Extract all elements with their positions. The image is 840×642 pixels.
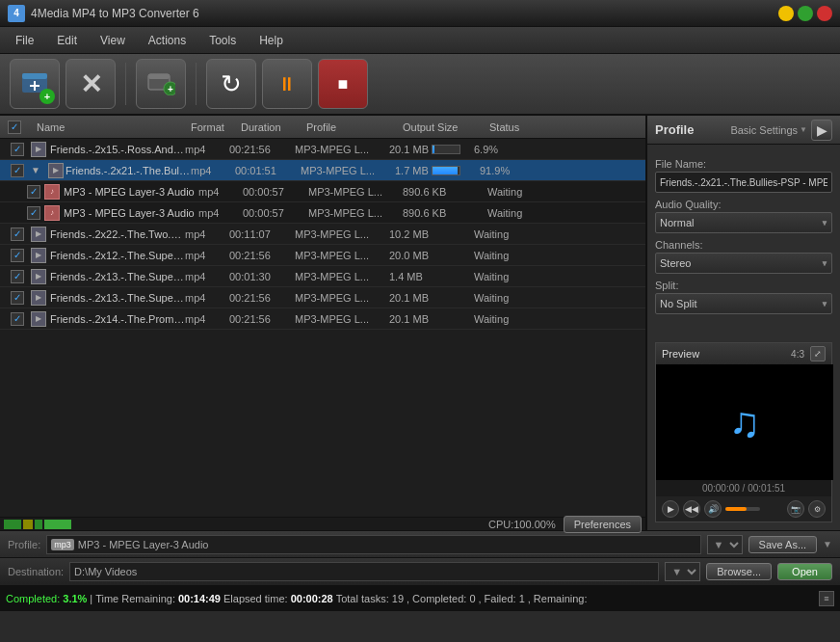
completed-percent: 3.1% — [63, 593, 87, 604]
volume-fill — [725, 507, 747, 511]
row-checkbox-2[interactable] — [23, 185, 44, 199]
audio-quality-select[interactable]: Normal High Low — [655, 212, 832, 233]
row-profile-0: MP3-MPEG L... — [295, 144, 389, 155]
volume-button[interactable]: 🔊 — [704, 500, 722, 518]
menu-actions[interactable]: Actions — [137, 30, 197, 51]
destination-dropdown[interactable]: ▼ — [665, 562, 700, 581]
volume-slider[interactable] — [725, 507, 760, 511]
checkbox-icon[interactable] — [11, 291, 24, 305]
file-list-area: Name Format Duration Profile Output Size… — [0, 116, 647, 530]
table-row[interactable]: ▶ Friends.-.2x14.-.The.Prom.Vi... mp4 00… — [0, 308, 645, 330]
svg-rect-5 — [148, 74, 170, 79]
menu-bar: File Edit View Actions Tools Help — [0, 27, 840, 54]
profile-dropdown[interactable]: ▼ — [707, 535, 743, 554]
status-detail-button[interactable]: ≡ — [819, 591, 834, 606]
table-row[interactable]: ▶ Friends.-.2x13.-.The.Superbo... mp4 00… — [0, 266, 645, 287]
row-checkbox-3[interactable] — [23, 206, 44, 220]
select-all-checkbox[interactable] — [8, 120, 21, 134]
delete-button[interactable]: ✕ — [66, 59, 116, 109]
music-note-icon: ♫ — [729, 398, 761, 446]
table-row[interactable]: ♪ MP3 - MPEG Layer-3 Audio mp4 00:00:57 … — [0, 181, 645, 202]
checkbox-icon[interactable] — [11, 249, 24, 262]
progress-seg-0 — [4, 520, 21, 529]
row-checkbox-4[interactable] — [4, 227, 31, 241]
row-duration-8: 00:21:56 — [229, 313, 295, 325]
menu-edit[interactable]: Edit — [45, 30, 89, 51]
checkbox-icon[interactable] — [11, 227, 24, 241]
row-checkbox-6[interactable] — [4, 270, 31, 283]
checkbox-icon[interactable] — [11, 164, 24, 177]
table-row[interactable]: ▶ Friends.-.2x12.-.The.Superbo... mp4 00… — [0, 245, 645, 266]
row-outsize-1: 1.7 MB — [395, 165, 480, 176]
preview-title: Preview — [662, 348, 791, 360]
row-outsize-7: 20.1 MB — [389, 292, 474, 304]
row-checkbox-1[interactable] — [4, 164, 31, 177]
col-duration-header: Duration — [237, 121, 302, 133]
elapsed-value: 00:00:28 — [291, 593, 333, 604]
file-name-input[interactable] — [655, 172, 832, 193]
rewind-button[interactable]: ◀◀ — [683, 500, 700, 518]
checkbox-icon[interactable] — [27, 185, 40, 199]
table-row[interactable]: ♪ MP3 - MPEG Layer-3 Audio mp4 00:00:57 … — [0, 202, 645, 224]
maximize-button[interactable] — [798, 6, 813, 21]
status-bar: Completed: 3.1% | Time Remaining: 00:14:… — [0, 584, 840, 611]
row-name-1: Friends.-.2x21.-.The.Bullies-P... — [66, 165, 191, 176]
menu-help[interactable]: Help — [248, 30, 295, 51]
outsize-value-0: 20.1 MB — [389, 144, 429, 155]
preview-controls: ▶ ◀◀ 🔊 📷 ⚙ — [656, 496, 831, 522]
settings-button[interactable]: ⚙ — [808, 500, 826, 518]
menu-file[interactable]: File — [4, 30, 45, 51]
next-profile-button[interactable]: ▶ — [811, 120, 832, 141]
aspect-ratio-label: 4:3 — [791, 349, 804, 360]
col-status-header: Status — [486, 121, 553, 133]
progress-seg-1 — [23, 520, 33, 529]
play-button[interactable]: ▶ — [662, 500, 679, 518]
table-row[interactable]: ▶ Friends.-.2x15.-.Ross.And.Ra... mp4 00… — [0, 139, 645, 160]
row-checkbox-7[interactable] — [4, 291, 31, 305]
row-checkbox-8[interactable] — [4, 312, 31, 326]
screenshot-button[interactable]: 📷 — [787, 500, 804, 518]
save-as-button[interactable]: Save As... — [748, 536, 818, 553]
table-row[interactable]: ▼ ▶ Friends.-.2x21.-.The.Bullies-P... mp… — [0, 160, 645, 181]
col-check — [4, 120, 33, 134]
row-checkbox-5[interactable] — [4, 249, 31, 262]
row-duration-2: 00:00:57 — [243, 186, 308, 198]
channels-select[interactable]: Stereo Mono — [655, 253, 832, 274]
checkbox-icon[interactable] — [27, 206, 40, 220]
minimize-button[interactable] — [778, 6, 794, 21]
split-select[interactable]: No Split By Size By Time — [655, 293, 832, 314]
row-outsize-5: 20.0 MB — [389, 250, 474, 261]
browse-button[interactable]: Browse... — [706, 563, 772, 580]
checkbox-icon[interactable] — [11, 143, 24, 156]
row-format-6: mp4 — [185, 271, 229, 282]
row-outsize-4: 10.2 MB — [389, 228, 474, 240]
app-logo: 4 — [8, 5, 25, 22]
file-type-icon: ▶ — [31, 269, 46, 284]
destination-bar: Destination: D:\My Videos ▼ Browse... Op… — [0, 557, 840, 584]
menu-view[interactable]: View — [89, 30, 137, 51]
table-row[interactable]: ▶ Friends.-.2x13.-.The.Superbo... mp4 00… — [0, 287, 645, 308]
destination-path-container: D:\My Videos — [69, 562, 659, 581]
preview-expand-button[interactable]: ⤢ — [810, 346, 826, 361]
expand-icon[interactable]: ▼ — [31, 163, 46, 178]
preferences-button[interactable]: Preferences — [564, 516, 642, 533]
checkbox-icon[interactable] — [11, 312, 24, 326]
row-status-5: Waiting — [474, 250, 541, 261]
close-button[interactable] — [817, 6, 832, 21]
checkbox-icon[interactable] — [11, 270, 24, 283]
menu-tools[interactable]: Tools — [197, 30, 248, 51]
row-status-0: 6.9% — [474, 144, 541, 155]
profile-panel: Profile Basic Settings ▼ ▶ File Name: Au… — [647, 116, 840, 530]
refresh-button[interactable]: ↻ — [206, 59, 256, 109]
row-outsize-0: 20.1 MB — [389, 144, 474, 155]
row-profile-3: MP3-MPEG L... — [308, 207, 403, 219]
table-row[interactable]: ▶ Friends.-.2x22.-.The.Two.Par... mp4 00… — [0, 224, 645, 245]
row-checkbox-0[interactable] — [4, 143, 31, 156]
stop-button[interactable]: ■ — [318, 59, 368, 109]
pause-button[interactable]: ⏸ — [262, 59, 312, 109]
open-button[interactable]: Open — [777, 563, 832, 580]
destination-path: D:\My Videos — [74, 566, 137, 577]
add-task-button[interactable]: + — [136, 59, 186, 109]
add-file-button[interactable]: + — [10, 59, 60, 109]
row-name-0: Friends.-.2x15.-.Ross.And.Ra... — [50, 144, 185, 155]
